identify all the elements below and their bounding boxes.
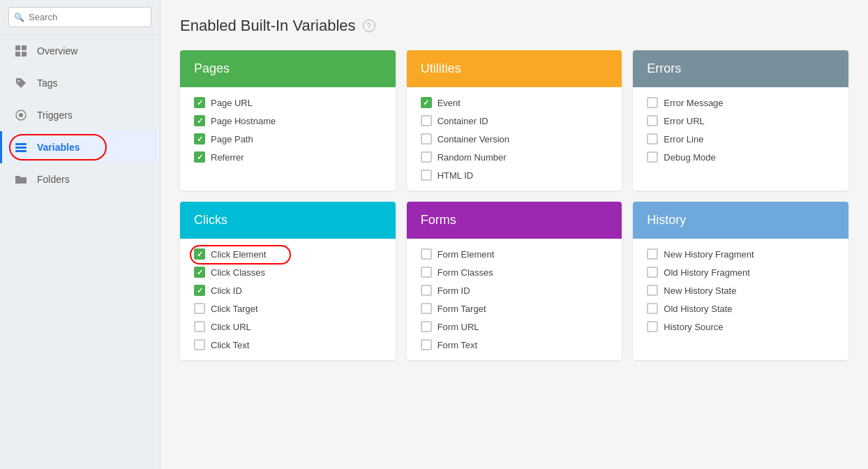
- checkbox-item-utilities-3[interactable]: Random Number: [421, 151, 608, 163]
- checkbox-label-pages-0: Page URL: [211, 98, 253, 108]
- main-content: Enabled Built-In Variables ? PagesPage U…: [160, 0, 868, 469]
- checkbox-clicks-1[interactable]: [194, 267, 205, 278]
- checkbox-history-3[interactable]: [647, 303, 658, 314]
- checkbox-item-forms-0[interactable]: Form Element: [421, 248, 608, 260]
- checkbox-label-utilities-4: HTML ID: [437, 170, 474, 181]
- checkbox-item-clicks-3[interactable]: Click Target: [194, 303, 382, 314]
- card-errors: ErrorsError MessageError URLError LineDe…: [633, 50, 848, 191]
- card-header-utilities: Utilities: [407, 50, 622, 87]
- checkbox-item-history-2[interactable]: New History State: [647, 285, 835, 296]
- checkbox-forms-3[interactable]: [421, 303, 432, 314]
- checkbox-item-pages-1[interactable]: Page Hostname: [194, 115, 382, 126]
- checkbox-clicks-4[interactable]: [194, 321, 205, 332]
- checkbox-errors-0[interactable]: [647, 97, 658, 108]
- checkbox-forms-2[interactable]: [421, 285, 432, 296]
- sidebar-item-triggers[interactable]: Triggers: [0, 99, 160, 131]
- checkbox-item-forms-5[interactable]: Form Text: [421, 339, 608, 350]
- sidebar-item-tags[interactable]: Tags: [0, 67, 160, 99]
- checkbox-item-utilities-1[interactable]: Container ID: [421, 115, 608, 126]
- checkbox-utilities-2[interactable]: [421, 133, 432, 144]
- checkbox-pages-3[interactable]: [194, 151, 205, 163]
- checkbox-label-pages-3: Referrer: [211, 152, 244, 163]
- checkbox-history-2[interactable]: [647, 285, 658, 296]
- checkbox-item-pages-0[interactable]: Page URL: [194, 97, 382, 108]
- checkbox-pages-1[interactable]: [194, 115, 205, 126]
- checkbox-utilities-3[interactable]: [421, 151, 432, 163]
- checkbox-item-history-4[interactable]: History Source: [647, 321, 835, 332]
- checkbox-item-errors-0[interactable]: Error Message: [647, 97, 835, 108]
- checkbox-clicks-3[interactable]: [194, 303, 205, 314]
- sidebar-label-overview: Overview: [37, 45, 77, 57]
- svg-rect-9: [15, 150, 27, 152]
- checkbox-utilities-0[interactable]: [421, 97, 432, 108]
- checkbox-label-utilities-1: Container ID: [437, 116, 488, 126]
- checkbox-item-utilities-2[interactable]: Container Version: [421, 133, 608, 144]
- checkbox-history-4[interactable]: [647, 321, 658, 332]
- checkbox-item-forms-3[interactable]: Form Target: [421, 303, 608, 314]
- checkbox-item-forms-2[interactable]: Form ID: [421, 285, 608, 296]
- sidebar-item-overview[interactable]: Overview: [0, 35, 160, 67]
- variables-icon: [13, 140, 29, 155]
- checkbox-errors-2[interactable]: [647, 133, 658, 144]
- checkbox-forms-1[interactable]: [421, 267, 432, 278]
- checkbox-item-history-1[interactable]: Old History Fragment: [647, 267, 835, 278]
- search-input[interactable]: [8, 7, 151, 27]
- checkbox-history-0[interactable]: [647, 248, 658, 260]
- checkbox-utilities-4[interactable]: [421, 170, 432, 181]
- checkbox-utilities-1[interactable]: [421, 115, 432, 126]
- checkbox-item-errors-2[interactable]: Error Line: [647, 133, 835, 144]
- checkbox-errors-3[interactable]: [647, 151, 658, 163]
- sidebar-item-folders[interactable]: Folders: [0, 163, 160, 195]
- help-icon[interactable]: ?: [363, 20, 375, 32]
- checkbox-clicks-0[interactable]: [194, 248, 205, 260]
- trigger-icon: [13, 107, 29, 123]
- checkbox-forms-5[interactable]: [421, 339, 432, 350]
- checkbox-item-clicks-4[interactable]: Click URL: [194, 321, 382, 332]
- checkbox-item-utilities-4[interactable]: HTML ID: [421, 170, 608, 181]
- checkbox-item-pages-3[interactable]: Referrer: [194, 151, 382, 163]
- sidebar-item-variables[interactable]: Variables: [0, 131, 160, 163]
- checkbox-item-clicks-0[interactable]: Click Element: [194, 248, 382, 260]
- checkbox-label-forms-0: Form Element: [437, 249, 495, 260]
- checkbox-pages-2[interactable]: [194, 133, 205, 144]
- card-body-forms: Form ElementForm ClassesForm IDForm Targ…: [407, 239, 622, 360]
- card-body-clicks: Click ElementClick ClassesClick IDClick …: [180, 239, 396, 360]
- checkbox-item-errors-3[interactable]: Debug Mode: [647, 151, 835, 163]
- checkbox-label-errors-0: Error Message: [664, 98, 723, 108]
- checkbox-history-1[interactable]: [647, 267, 658, 278]
- checkbox-label-pages-1: Page Hostname: [211, 116, 276, 126]
- card-body-history: New History FragmentOld History Fragment…: [633, 239, 848, 342]
- checkbox-item-history-0[interactable]: New History Fragment: [647, 248, 835, 260]
- card-body-utilities: EventContainer IDContainer VersionRandom…: [407, 87, 622, 191]
- checkbox-errors-1[interactable]: [647, 115, 658, 126]
- checkbox-item-forms-1[interactable]: Form Classes: [421, 267, 608, 278]
- checkbox-label-utilities-3: Random Number: [437, 152, 507, 163]
- page-title: Enabled Built-In Variables: [180, 17, 356, 35]
- checkbox-label-clicks-1: Click Classes: [211, 267, 265, 278]
- checkbox-label-history-1: Old History Fragment: [664, 267, 750, 278]
- checkbox-item-pages-2[interactable]: Page Path: [194, 133, 382, 144]
- checkbox-label-clicks-5: Click Text: [211, 340, 249, 350]
- card-pages: PagesPage URLPage HostnamePage PathRefer…: [180, 50, 396, 191]
- checkbox-item-clicks-1[interactable]: Click Classes: [194, 267, 382, 278]
- page-header: Enabled Built-In Variables ?: [180, 17, 848, 35]
- checkbox-clicks-2[interactable]: [194, 285, 205, 296]
- checkbox-forms-0[interactable]: [421, 248, 432, 260]
- checkbox-forms-4[interactable]: [421, 321, 432, 332]
- card-header-pages: Pages: [180, 50, 396, 87]
- checkbox-label-forms-1: Form Classes: [437, 267, 493, 278]
- checkbox-item-utilities-0[interactable]: Event: [421, 97, 608, 108]
- checkbox-item-clicks-2[interactable]: Click ID: [194, 285, 382, 296]
- checkbox-item-errors-1[interactable]: Error URL: [647, 115, 835, 126]
- checkbox-item-clicks-5[interactable]: Click Text: [194, 339, 382, 350]
- card-header-errors: Errors: [633, 50, 848, 87]
- checkbox-item-history-3[interactable]: Old History State: [647, 303, 835, 314]
- checkbox-item-forms-4[interactable]: Form URL: [421, 321, 608, 332]
- checkbox-label-errors-1: Error URL: [664, 116, 705, 126]
- checkbox-pages-0[interactable]: [194, 97, 205, 108]
- checkbox-label-history-0: New History Fragment: [664, 249, 754, 260]
- svg-rect-2: [15, 52, 20, 57]
- checkbox-label-clicks-2: Click ID: [211, 285, 242, 296]
- checkbox-label-errors-2: Error Line: [664, 134, 703, 144]
- checkbox-clicks-5[interactable]: [194, 339, 205, 350]
